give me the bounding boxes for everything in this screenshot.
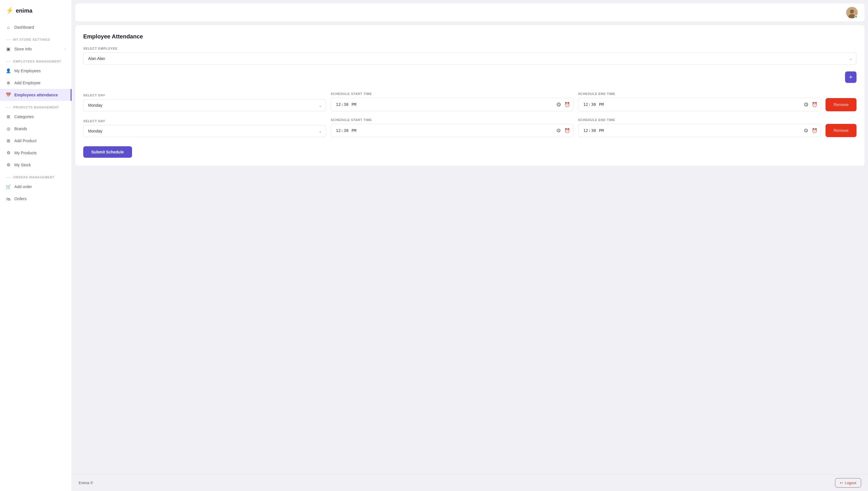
add-order-label: Add order bbox=[15, 184, 32, 189]
remove-button-1[interactable]: Remove bbox=[825, 98, 857, 111]
start-time-input-1[interactable] bbox=[331, 98, 573, 111]
header bbox=[75, 3, 865, 22]
app-name: enima bbox=[16, 7, 32, 14]
remove-section-1: Remove bbox=[825, 98, 857, 111]
start-time-label-1: SCHEDULE START TIME bbox=[331, 92, 573, 95]
employee-select[interactable]: Alan Alan John Doe Jane Smith bbox=[83, 53, 857, 64]
end-time-wrapper-2: ⏰ bbox=[578, 124, 821, 137]
sidebar-item-categories[interactable]: ⊞ Categories bbox=[0, 111, 72, 123]
person-icon: 👤 bbox=[6, 68, 11, 74]
products-icon: ⚙ bbox=[6, 150, 11, 155]
section-label-employees: EMPLOYEES MANAGEMENT bbox=[0, 55, 72, 65]
select-day-label-1: SELECT DAY bbox=[83, 93, 326, 97]
sidebar-item-store-info[interactable]: ▣ Store Info › bbox=[0, 43, 72, 55]
day-select-wrapper-1: Monday Tuesday Wednesday Thursday Friday… bbox=[83, 99, 326, 111]
end-time-section-1: SCHEDULE END TIME ⏰ bbox=[578, 92, 821, 111]
sidebar-item-add-order[interactable]: 🛒 Add order bbox=[0, 181, 72, 193]
start-time-input-2[interactable] bbox=[331, 124, 573, 137]
select-employee-section: SELECT EMPLOYEE Alan Alan John Doe Jane … bbox=[83, 47, 857, 64]
sidebar-item-employees-attendance[interactable]: 📅 Employees attendance bbox=[0, 89, 72, 101]
sidebar-item-add-employee[interactable]: ⊕ Add Employee bbox=[0, 77, 72, 89]
app-logo: ⚡ enima bbox=[0, 0, 72, 21]
footer: Enima © ↩ Logout bbox=[72, 474, 868, 491]
svg-point-1 bbox=[850, 9, 854, 13]
sidebar-item-my-products[interactable]: ⚙ My Products bbox=[0, 147, 72, 159]
start-time-label-2: SCHEDULE START TIME bbox=[331, 118, 573, 122]
end-time-input-1[interactable] bbox=[578, 98, 821, 111]
sidebar-item-brands[interactable]: ◎ Brands bbox=[0, 123, 72, 135]
my-stock-label: My Stock bbox=[15, 163, 31, 167]
logout-icon: ↩ bbox=[840, 481, 843, 485]
start-time-wrapper-2: ⏰ bbox=[331, 124, 573, 137]
store-icon: ▣ bbox=[6, 47, 11, 52]
schedule-row-1: SELECT DAY Monday Tuesday Wednesday Thur… bbox=[83, 92, 857, 111]
page-title: Employee Attendance bbox=[83, 33, 857, 40]
day-select-wrapper-2: Monday Tuesday Wednesday Thursday Friday… bbox=[83, 125, 326, 137]
add-product-icon: ⊞ bbox=[6, 138, 11, 143]
employee-select-wrapper: Alan Alan John Doe Jane Smith ⌄ bbox=[83, 53, 857, 64]
end-time-section-2: SCHEDULE END TIME ⏰ bbox=[578, 118, 821, 137]
start-time-wrapper-1: ⏰ bbox=[331, 98, 573, 111]
sidebar-item-dashboard[interactable]: ⌂ Dashboard bbox=[0, 21, 72, 33]
section-label-products: PRODUCTS MANAGEMENT bbox=[0, 101, 72, 111]
add-row-button[interactable]: + bbox=[845, 71, 857, 83]
day-select-2[interactable]: Monday Tuesday Wednesday Thursday Friday… bbox=[83, 125, 326, 137]
select-day-section-1: SELECT DAY Monday Tuesday Wednesday Thur… bbox=[83, 93, 326, 111]
my-employees-label: My Employees bbox=[15, 68, 41, 73]
start-time-section-1: SCHEDULE START TIME ⏰ bbox=[331, 92, 573, 111]
select-employee-label: SELECT EMPLOYEE bbox=[83, 47, 857, 50]
store-info-label: Store Info bbox=[15, 47, 32, 51]
stock-icon: ⚙ bbox=[6, 162, 11, 168]
tag-icon: ◎ bbox=[6, 126, 11, 132]
day-select-1[interactable]: Monday Tuesday Wednesday Thursday Friday… bbox=[83, 99, 326, 111]
orders-label: Orders bbox=[15, 197, 27, 201]
add-employee-label: Add Employee bbox=[15, 81, 40, 85]
section-label-orders: ORDERS MANAGEMENT bbox=[0, 171, 72, 181]
page-content: Employee Attendance SELECT EMPLOYEE Alan… bbox=[72, 22, 868, 474]
end-time-label-2: SCHEDULE END TIME bbox=[578, 118, 821, 122]
submit-schedule-button[interactable]: Submit Schedule bbox=[83, 146, 132, 158]
section-label-my-store: MY STORE SETTINGS bbox=[0, 33, 72, 43]
home-icon: ⌂ bbox=[6, 25, 11, 30]
cart-icon: 🛒 bbox=[6, 184, 11, 189]
calendar-check-icon: 📅 bbox=[6, 92, 11, 97]
footer-copyright: Enima © bbox=[79, 481, 93, 485]
add-person-icon: ⊕ bbox=[6, 80, 11, 85]
logout-label: Logout bbox=[845, 481, 856, 485]
sidebar-item-my-stock[interactable]: ⚙ My Stock bbox=[0, 159, 72, 171]
employee-attendance-card: Employee Attendance SELECT EMPLOYEE Alan… bbox=[75, 25, 865, 166]
end-time-label-1: SCHEDULE END TIME bbox=[578, 92, 821, 95]
select-day-label-2: SELECT DAY bbox=[83, 119, 326, 123]
grid-icon: ⊞ bbox=[6, 114, 11, 119]
select-day-section-2: SELECT DAY Monday Tuesday Wednesday Thur… bbox=[83, 119, 326, 137]
sidebar-item-add-product[interactable]: ⊞ Add Product bbox=[0, 135, 72, 147]
orders-icon: 🛍 bbox=[6, 196, 11, 201]
sidebar: ⚡ enima ⌂ Dashboard MY STORE SETTINGS ▣ … bbox=[0, 0, 72, 491]
main-content: Employee Attendance SELECT EMPLOYEE Alan… bbox=[72, 0, 868, 491]
sidebar-item-my-employees[interactable]: 👤 My Employees bbox=[0, 65, 72, 77]
add-product-label: Add Product bbox=[15, 139, 36, 143]
end-time-wrapper-1: ⏰ bbox=[578, 98, 821, 111]
end-time-input-2[interactable] bbox=[578, 124, 821, 137]
chevron-right-icon: › bbox=[64, 47, 66, 51]
logo-icon: ⚡ bbox=[6, 7, 13, 15]
sidebar-item-orders[interactable]: 🛍 Orders bbox=[0, 193, 72, 205]
employees-attendance-label: Employees attendance bbox=[15, 93, 58, 97]
user-avatar-wrapper[interactable] bbox=[846, 7, 858, 18]
remove-button-2[interactable]: Remove bbox=[825, 124, 857, 137]
start-time-section-2: SCHEDULE START TIME ⏰ bbox=[331, 118, 573, 137]
logout-button[interactable]: ↩ Logout bbox=[835, 478, 861, 488]
remove-section-2: Remove bbox=[825, 124, 857, 137]
online-indicator bbox=[855, 15, 858, 18]
schedule-row-2: SELECT DAY Monday Tuesday Wednesday Thur… bbox=[83, 118, 857, 137]
my-products-label: My Products bbox=[15, 150, 37, 155]
categories-label: Categories bbox=[15, 114, 34, 119]
dashboard-label: Dashboard bbox=[15, 25, 34, 30]
brands-label: Brands bbox=[15, 126, 27, 131]
